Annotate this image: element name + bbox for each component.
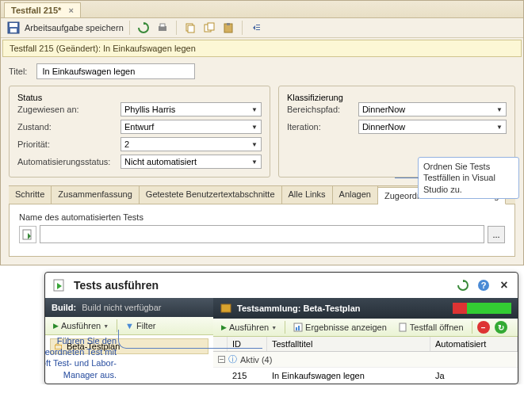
iteration-dropdown[interactable]: DinnerNow▼ bbox=[358, 120, 507, 134]
test-icon bbox=[19, 226, 36, 243]
document-tab[interactable]: Testfall 215* × bbox=[4, 2, 81, 17]
chevron-down-icon: ▼ bbox=[251, 141, 258, 148]
area-label: Bereichspfad: bbox=[287, 105, 358, 114]
svg-rect-1 bbox=[10, 23, 17, 27]
chevron-down-icon: ▼ bbox=[251, 158, 258, 166]
open-icon bbox=[398, 323, 407, 332]
run-tests-icon bbox=[52, 277, 67, 293]
callout-run-with-mtm: Führen Sie den zugeordneten Test mit Mic… bbox=[44, 335, 117, 380]
document-tab-label: Testfall 215* bbox=[11, 6, 61, 15]
open-testcase-button[interactable]: Testfall öffnen bbox=[395, 321, 467, 334]
run-button[interactable]: ▶ Ausführen ▼ bbox=[218, 321, 280, 334]
col-title[interactable]: Testfalltitel bbox=[267, 337, 430, 351]
filter-icon: ▼ bbox=[125, 321, 134, 330]
info-icon: ⓘ bbox=[228, 353, 237, 365]
svg-rect-14 bbox=[23, 230, 31, 239]
svg-rect-2 bbox=[10, 29, 17, 32]
tab-attachments[interactable]: Anlagen bbox=[333, 186, 378, 204]
paste-icon[interactable] bbox=[220, 20, 236, 36]
refresh-icon[interactable] bbox=[136, 20, 151, 36]
help-icon[interactable]: ? bbox=[476, 278, 491, 292]
print-icon[interactable] bbox=[155, 20, 170, 36]
play-icon: ▶ bbox=[53, 322, 59, 330]
save-icon[interactable] bbox=[6, 20, 21, 36]
iteration-label: Iteration: bbox=[287, 122, 358, 132]
svg-rect-11 bbox=[256, 25, 260, 25]
table-row[interactable]: 215 In Einkaufswagen legen Ja bbox=[213, 368, 518, 384]
outdent-icon[interactable] bbox=[248, 20, 264, 36]
priority-dropdown[interactable]: 2▼ bbox=[120, 137, 262, 151]
col-id[interactable]: ID bbox=[228, 337, 267, 351]
svg-rect-12 bbox=[256, 27, 260, 28]
chevron-down-icon: ▼ bbox=[496, 124, 503, 131]
close-icon[interactable]: × bbox=[68, 6, 73, 15]
title-input[interactable] bbox=[36, 63, 195, 79]
link-icon[interactable] bbox=[201, 20, 217, 36]
chevron-down-icon: ▼ bbox=[251, 106, 258, 113]
status-fieldset: Status Zugewiesen an: Phyllis Harris▼ Zu… bbox=[9, 86, 270, 178]
state-dropdown[interactable]: Entwurf▼ bbox=[120, 120, 262, 134]
classification-legend: Klassifizierung bbox=[287, 93, 343, 102]
svg-rect-4 bbox=[160, 24, 165, 27]
test-case-editor-window: Testfall 215* × Arbeitsaufgabe speichern… bbox=[0, 0, 524, 265]
automated-test-name-input[interactable] bbox=[40, 225, 484, 243]
chevron-down-icon: ▼ bbox=[496, 106, 503, 113]
filter-button[interactable]: ▼ Filter bbox=[122, 319, 159, 332]
tab-all-links[interactable]: Alle Links bbox=[282, 186, 333, 204]
build-value: Build nicht verfügbar bbox=[82, 303, 161, 312]
tab-tested-ui[interactable]: Getestete Benutzertextabschnitte bbox=[140, 186, 282, 204]
add-icon[interactable]: ↻ bbox=[495, 321, 507, 334]
automation-status-dropdown[interactable]: Nicht automatisiert▼ bbox=[120, 155, 262, 169]
svg-rect-8 bbox=[208, 23, 214, 30]
svg-text:?: ? bbox=[481, 281, 487, 290]
runner-title: Tests ausführen bbox=[74, 279, 449, 292]
play-icon: ▶ bbox=[221, 323, 227, 331]
svg-rect-21 bbox=[298, 326, 300, 330]
col-auto[interactable]: Automatisiert bbox=[430, 337, 518, 351]
svg-rect-22 bbox=[400, 323, 406, 331]
document-tab-strip: Testfall 215* × bbox=[1, 1, 523, 18]
grid-group[interactable]: – ⓘ Aktiv (4) bbox=[213, 352, 518, 368]
build-bar: Build: Build nicht verfügbar bbox=[45, 298, 213, 317]
status-banner: Testfall 215 (Geändert): In Einkaufswage… bbox=[2, 40, 522, 57]
remove-icon[interactable]: – bbox=[477, 321, 490, 334]
collapse-icon[interactable]: – bbox=[218, 356, 225, 363]
refresh-icon[interactable] bbox=[456, 278, 470, 292]
tab-summary[interactable]: Zusammenfassung bbox=[52, 186, 140, 204]
svg-rect-6 bbox=[188, 25, 194, 32]
automated-test-name-label: Name des automatisierten Tests bbox=[19, 212, 505, 222]
results-icon bbox=[293, 323, 303, 332]
chevron-down-icon: ▼ bbox=[271, 325, 277, 330]
run-button[interactable]: ▶ Ausführen ▼ bbox=[50, 319, 112, 332]
show-results-button[interactable]: Ergebnisse anzeigen bbox=[290, 321, 390, 334]
state-label: Zustand: bbox=[17, 122, 120, 132]
svg-rect-10 bbox=[227, 23, 230, 25]
tab-steps[interactable]: Schritte bbox=[9, 186, 52, 204]
title-label: Titel: bbox=[9, 67, 27, 76]
assigned-dropdown[interactable]: Phyllis Harris▼ bbox=[120, 102, 262, 116]
progress-bar bbox=[453, 303, 511, 314]
toolbar: Arbeitsaufgabe speichern bbox=[1, 18, 523, 38]
copy-icon[interactable] bbox=[182, 20, 198, 36]
test-grid: ID Testfalltitel Automatisiert – ⓘ Aktiv… bbox=[213, 337, 518, 384]
build-label: Build: bbox=[52, 303, 76, 312]
save-button[interactable]: Arbeitsaufgabe speichern bbox=[25, 23, 124, 32]
svg-rect-20 bbox=[296, 327, 297, 330]
svg-rect-13 bbox=[256, 29, 260, 30]
automation-status-label: Automatisierungsstatus: bbox=[17, 157, 120, 166]
test-runner-window: Tests ausführen ? × Build: Build nicht v… bbox=[44, 272, 518, 384]
chevron-down-icon: ▼ bbox=[251, 124, 258, 131]
status-legend: Status bbox=[17, 93, 42, 102]
assigned-label: Zugewiesen an: bbox=[17, 105, 120, 114]
svg-rect-18 bbox=[221, 304, 231, 312]
close-icon[interactable]: × bbox=[497, 278, 511, 292]
callout-associate-tests: Ordnen Sie Tests Testfällen in Visual St… bbox=[418, 157, 519, 199]
area-dropdown[interactable]: DinnerNow▼ bbox=[358, 102, 507, 116]
browse-button[interactable]: ... bbox=[488, 226, 505, 243]
chevron-down-icon: ▼ bbox=[103, 323, 109, 329]
suite-header: Testsammlung: Beta-Testplan bbox=[213, 298, 518, 319]
associated-automation-panel: Name des automatisierten Tests ... bbox=[9, 204, 515, 257]
suite-icon bbox=[220, 302, 232, 315]
priority-label: Priorität: bbox=[17, 139, 120, 149]
